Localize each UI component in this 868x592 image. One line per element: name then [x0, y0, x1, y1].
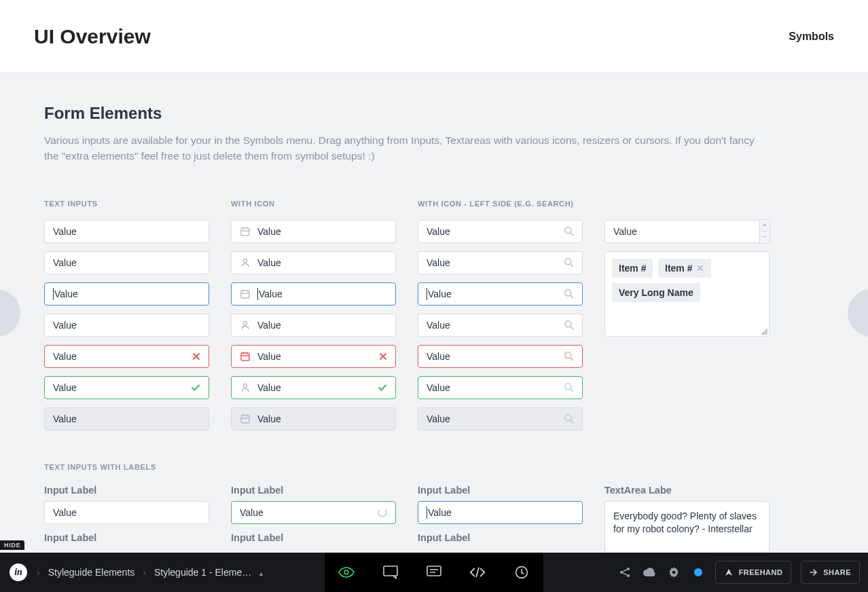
input-value: Value	[613, 226, 637, 237]
svg-point-5	[243, 384, 247, 387]
breadcrumb-screen[interactable]: Styleguide 1 - Eleme… ▴	[154, 567, 263, 578]
icon-input-user-2[interactable]: Value	[231, 314, 396, 337]
error-icon	[192, 352, 200, 360]
stepper-up[interactable]: +	[759, 219, 770, 232]
form-columns: TEXT INPUTS Value Value Value Value Valu…	[44, 200, 824, 439]
input-label: Input Label	[231, 485, 396, 496]
share-link-icon[interactable]	[617, 565, 632, 580]
status-dot-icon[interactable]	[691, 565, 706, 580]
textarea-label: TextArea Labe	[604, 485, 770, 496]
input-value: Value	[53, 507, 77, 518]
freehand-button[interactable]: FREEHAND	[715, 561, 792, 584]
error-icon	[379, 352, 387, 360]
svg-point-18	[620, 571, 623, 574]
user-icon	[240, 257, 251, 268]
svg-point-3	[243, 321, 247, 325]
share-button[interactable]: SHARE	[801, 561, 860, 584]
text-input-default[interactable]: Value	[44, 220, 209, 243]
input-value: Value	[53, 257, 77, 268]
icon-input-calendar-focused[interactable]: Value	[231, 282, 396, 306]
textarea[interactable]: Everybody good? Plenty of slaves for my …	[604, 501, 770, 553]
search-input-default-3[interactable]: Value	[418, 314, 583, 337]
stepper-input[interactable]: Value + −	[604, 220, 770, 243]
history-tool[interactable]	[513, 564, 530, 580]
text-input-default-3[interactable]: Value	[44, 314, 209, 337]
search-input-error[interactable]: Value	[418, 345, 583, 368]
preview-tool[interactable]	[338, 564, 355, 580]
text-cursor	[53, 288, 54, 300]
input-value: Value	[428, 507, 452, 518]
tag-item-removable[interactable]: Item # ✕	[658, 259, 711, 278]
invision-logo[interactable]: in	[10, 563, 27, 581]
labeled-input-focused[interactable]: Value	[418, 501, 583, 524]
text-input-focused[interactable]: Value	[44, 282, 209, 306]
icon-input-user[interactable]: Value	[231, 251, 396, 274]
text-cursor	[257, 288, 258, 300]
stepper-down[interactable]: −	[759, 232, 770, 244]
caret-up-icon: ▴	[259, 570, 263, 577]
search-input-disabled: Value	[418, 407, 583, 430]
cloud-icon[interactable]	[642, 565, 657, 580]
input-label: Input Label	[231, 532, 396, 543]
success-icon	[378, 383, 387, 392]
svg-point-11	[565, 352, 571, 358]
input-value: Value	[53, 382, 77, 393]
svg-rect-0	[241, 228, 249, 236]
comment-tool[interactable]	[382, 564, 399, 580]
labeled-col-1: Input Label Value Input Label	[44, 483, 209, 553]
search-input-default-2[interactable]: Value	[418, 251, 583, 274]
input-value: Value	[427, 351, 450, 362]
svg-point-14	[344, 570, 348, 574]
tag-item[interactable]: Item #	[612, 259, 653, 278]
search-input-default[interactable]: Value	[418, 220, 583, 243]
page-canvas: Form Elements Various inputs are availab…	[0, 73, 868, 553]
top-right-link[interactable]: Symbols	[789, 31, 834, 43]
comment-mode-tool[interactable]	[426, 564, 442, 580]
search-icon	[564, 289, 574, 299]
icon-input-error[interactable]: Value	[231, 345, 396, 368]
icon-input-calendar[interactable]: Value	[231, 220, 396, 243]
prev-screen-button[interactable]	[0, 289, 20, 337]
breadcrumb-project[interactable]: Styleguide Elements	[48, 567, 135, 578]
breadcrumb-screen-label: Styleguide 1 - Eleme…	[154, 567, 251, 578]
input-value: Value	[428, 289, 452, 299]
user-icon	[240, 382, 251, 393]
input-label: Input Label	[418, 485, 583, 496]
svg-rect-2	[241, 291, 249, 298]
input-value: Value	[54, 289, 78, 299]
text-input-success[interactable]: Value	[44, 376, 209, 399]
labeled-columns: Input Label Value Input Label Input Labe…	[44, 483, 824, 553]
text-input-default-2[interactable]: Value	[44, 251, 209, 274]
svg-point-10	[565, 321, 571, 327]
tag-label: Item #	[665, 263, 692, 274]
section-description: Various inputs are available for your in…	[44, 132, 764, 164]
group-label-text-inputs: TEXT INPUTS	[44, 200, 209, 209]
inspect-tool[interactable]	[469, 564, 486, 580]
center-tools	[325, 553, 543, 592]
input-value: Value	[427, 413, 450, 424]
tag-item-long[interactable]: Very Long Name	[612, 283, 700, 302]
icon-input-disabled: Value	[231, 407, 396, 430]
labeled-input-loading[interactable]: Value	[231, 501, 396, 524]
svg-point-8	[565, 259, 571, 265]
search-input-focused[interactable]: Value	[418, 282, 583, 306]
settings-icon[interactable]	[666, 565, 681, 580]
labeled-input[interactable]: Value	[44, 501, 209, 524]
tag-remove-icon[interactable]: ✕	[696, 263, 704, 274]
input-value: Value	[257, 413, 281, 424]
icon-input-success[interactable]: Value	[231, 376, 396, 399]
input-value: Value	[53, 226, 77, 237]
freehand-label: FREEHAND	[739, 568, 783, 576]
top-bar: UI Overview Symbols	[0, 0, 868, 73]
svg-point-7	[565, 227, 571, 234]
tag-input[interactable]: Item # Item # ✕ Very Long Name	[604, 251, 770, 337]
col-extras: x Value + − Item # Item # ✕ Very Long Na…	[604, 200, 770, 439]
next-screen-button[interactable]	[848, 289, 868, 337]
search-input-success[interactable]: Value	[418, 376, 583, 399]
group-label-with-icon: WITH ICON	[231, 200, 396, 209]
input-value: Value	[427, 382, 450, 393]
input-value: Value	[257, 257, 281, 268]
resize-handle[interactable]	[761, 328, 767, 335]
hide-button[interactable]: HIDE	[0, 540, 24, 550]
text-input-error[interactable]: Value	[44, 345, 209, 368]
